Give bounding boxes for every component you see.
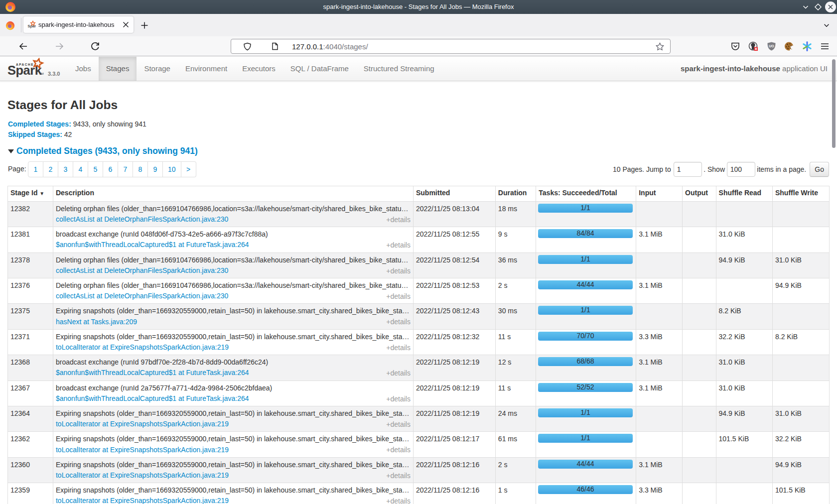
svg-text:UO: UO [769,44,774,48]
